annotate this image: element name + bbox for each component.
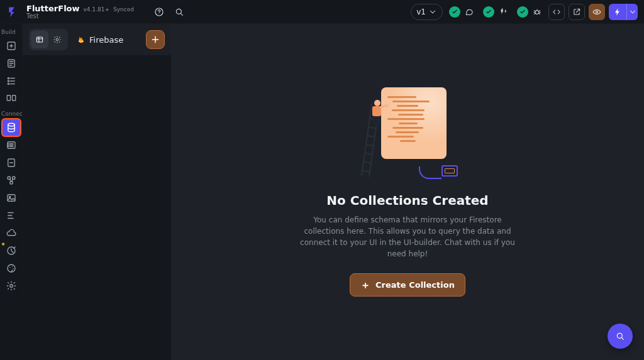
svg-point-1 [159,13,160,14]
rail-custom-functions[interactable] [3,207,20,224]
svg-rect-10 [7,95,10,101]
empty-state-illustration [357,87,458,182]
svg-point-25 [9,285,13,288]
svg-point-19 [9,196,10,197]
search-icon[interactable] [170,3,188,21]
rail-cloud-functions[interactable] [3,225,20,241]
rail-api-calls[interactable] [3,172,20,188]
svg-point-7 [8,77,9,79]
star-badge-icon: ★ [1,241,6,247]
lightning-pair-icon [498,7,508,17]
svg-point-28 [617,333,622,338]
rail-tests[interactable]: ★ [3,243,20,259]
version-dropdown[interactable]: v1 [411,4,443,20]
svg-point-21 [8,265,15,272]
panel-mode-settings[interactable] [48,31,66,48]
flutterflow-logo-icon [6,5,20,19]
code-button[interactable] [548,4,565,20]
rail-widget-tree[interactable] [3,73,20,89]
version-label: v1 [416,8,426,16]
project-name: Test [26,13,134,19]
project-title-block: FlutterFlow v4.1.81+ Synced Test [26,4,134,19]
main-canvas: No Collections Created You can define sc… [171,24,644,360]
svg-point-24 [13,268,14,270]
status-bug-chip[interactable] [514,4,545,20]
chevron-down-icon [428,8,437,16]
status-chat-chip[interactable] [447,4,477,20]
sync-status: Synced [113,7,134,13]
add-collection-button[interactable] [146,30,165,49]
svg-point-3 [535,10,539,14]
svg-point-23 [11,266,13,267]
rail-settings[interactable] [3,278,20,294]
panel-header: Firebase [23,24,171,55]
help-icon[interactable] [150,3,168,21]
help-fab[interactable] [608,324,633,349]
firestore-panel: Firebase [23,24,171,360]
svg-rect-18 [8,195,15,202]
top-header: FlutterFlow v4.1.81+ Synced Test v1 [0,0,644,24]
check-circle-icon [449,6,460,18]
rail-section-connect: Connect [0,111,25,117]
run-button[interactable] [609,4,626,20]
app-name: FlutterFlow [26,4,80,13]
svg-rect-11 [12,95,15,101]
run-dropdown[interactable] [626,4,638,20]
sidebar-rail: Build Connect ★ [0,24,23,360]
status-actions-chip[interactable] [480,4,511,20]
chat-bubble-icon [464,7,474,17]
rail-data-types[interactable] [3,137,20,153]
panel-mode-switch [29,29,68,50]
open-external-button[interactable] [569,4,585,20]
svg-point-17 [9,182,13,185]
bug-icon [532,7,542,17]
rail-app-state[interactable] [3,155,20,171]
rail-firestore[interactable] [3,119,20,136]
empty-state-description: You can define schema that mirrors your … [294,214,521,259]
svg-point-27 [56,38,58,41]
svg-rect-26 [36,37,42,42]
svg-point-22 [9,267,11,268]
panel-mode-collections[interactable] [31,31,48,48]
app-version: v4.1.81+ [84,7,110,13]
svg-point-12 [8,123,14,126]
panel-body [23,55,171,360]
svg-point-4 [596,11,598,13]
rail-pages[interactable] [3,55,20,72]
firebase-chip[interactable]: Firebase [77,35,123,45]
rail-section-build: Build [0,29,16,35]
check-circle-icon [517,6,528,18]
firebase-label: Firebase [89,35,123,45]
rail-media[interactable] [3,190,20,206]
firebase-icon [77,35,86,44]
search-help-icon [615,331,625,341]
create-collection-label: Create Collection [375,280,455,290]
check-circle-icon [483,6,494,18]
svg-point-9 [8,83,9,84]
empty-state-title: No Collections Created [326,193,488,208]
create-collection-button[interactable]: ＋ Create Collection [350,273,465,297]
rail-storyboard[interactable] [3,90,20,107]
rail-add-page[interactable] [3,38,20,54]
svg-point-2 [176,9,181,14]
preview-button[interactable] [589,4,605,20]
svg-point-8 [8,80,9,82]
rail-theme[interactable] [3,260,20,276]
